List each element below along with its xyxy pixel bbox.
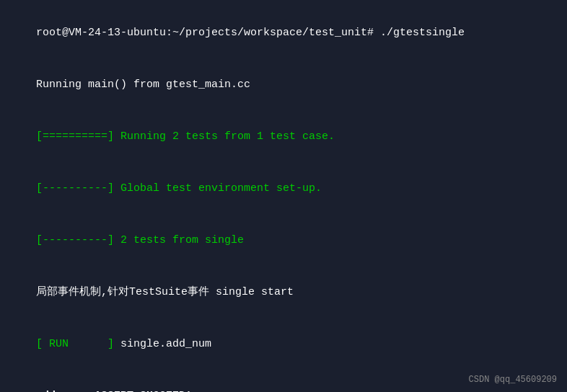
- output-text: 局部事件机制,针对TestSuite事件 single start: [36, 286, 294, 298]
- terminal-line: Running main() from gtest_main.cc: [10, 59, 557, 111]
- gtest-bracket: [ RUN ]: [36, 338, 114, 350]
- output-text: Running main() from gtest_main.cc: [36, 79, 250, 91]
- prompt: root@VM-24-13-ubuntu:~/projects/workspac…: [36, 27, 380, 39]
- watermark: CSDN @qq_45609209: [469, 375, 557, 385]
- terminal-line: [==========] Running 2 tests from 1 test…: [10, 111, 557, 163]
- gtest-bracket: [----------]: [36, 182, 114, 195]
- terminal-line: 局部事件机制,针对TestSuite事件 single start: [10, 267, 557, 318]
- output-text: Global test environment set-up.: [114, 182, 322, 195]
- output-text: single.add_num: [114, 338, 211, 350]
- gtest-bracket: [==========]: [36, 130, 114, 143]
- terminal-line: [----------] Global test environment set…: [10, 163, 557, 215]
- gtest-bracket: [----------]: [36, 234, 114, 246]
- terminal-line: [----------] 2 tests from single: [10, 215, 557, 267]
- output-text: 2 tests from single: [114, 234, 244, 246]
- output-text: Running 2 tests from 1 test case.: [114, 130, 335, 143]
- command: ./gtestsingle: [380, 27, 465, 39]
- terminal-window: root@VM-24-13-ubuntu:~/projects/workspac…: [0, 0, 567, 392]
- terminal-line: root@VM-24-13-ubuntu:~/projects/workspac…: [10, 7, 557, 59]
- terminal-line: [ RUN ] single.add_num: [10, 318, 557, 370]
